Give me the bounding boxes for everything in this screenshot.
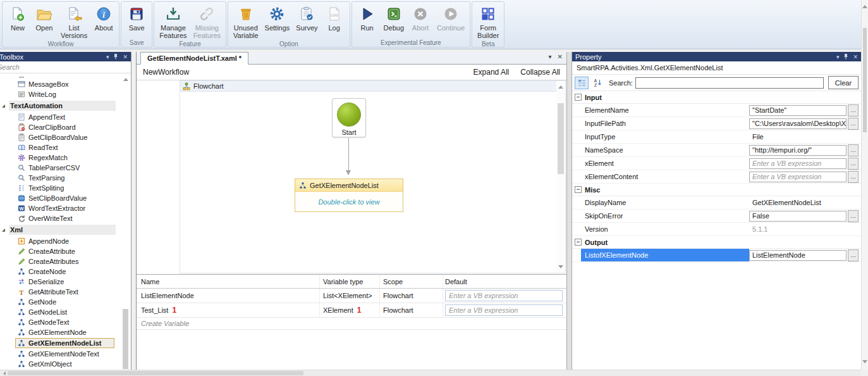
toolbox-item-appendnode[interactable]: AppendNode	[0, 236, 131, 246]
start-node[interactable]: Start	[332, 98, 366, 137]
create-variable-link[interactable]: Create Variable	[137, 318, 566, 330]
toolbox-group-textautomation[interactable]: TextAutomation	[9, 101, 116, 111]
property-label[interactable]: xElement	[572, 160, 749, 167]
toolbox-item-clearclipboard[interactable]: ClearClipBoard	[0, 122, 131, 132]
property-menu-dropdown-icon[interactable]: ▾	[836, 54, 840, 60]
property-value-input[interactable]: "StartDate"	[749, 105, 847, 116]
ribbon-run-button[interactable]: Run	[354, 3, 381, 32]
toolbox-item-getxelementnodetext[interactable]: GetXElementNodeText	[0, 349, 131, 359]
toolbox-item-createnode[interactable]: CreateNode	[0, 266, 131, 277]
designer-scroll-up-icon[interactable]	[558, 83, 563, 89]
vertical-scroll-thumb[interactable]	[863, 28, 867, 132]
property-search-input[interactable]	[635, 77, 824, 89]
toolbox-item-getclipboardvalue[interactable]: GetClipBoardValue	[0, 132, 131, 142]
ellipsis-button[interactable]: …	[848, 104, 859, 116]
toolbox-pin-icon[interactable]	[113, 53, 118, 61]
toolbox-menu-dropdown-icon[interactable]: ▾	[106, 54, 109, 60]
property-label[interactable]: xElementContent	[572, 173, 749, 180]
toolbox-item-getxmlobject[interactable]: GetXmlObject	[0, 359, 131, 369]
designer-scroll-down-icon[interactable]	[558, 265, 563, 271]
property-value-input[interactable]: "C:\Users\ravsalom\Desktop\XML	[749, 118, 847, 129]
property-value-input[interactable]: Enter a VB expression	[749, 158, 847, 169]
property-value-input[interactable]: Enter a VB expression	[749, 172, 847, 182]
toolbox-item-setclipboardvalue[interactable]: <>SetClipBoardValue	[0, 193, 131, 203]
ribbon-save-button[interactable]: Save	[123, 3, 150, 32]
expand-all-link[interactable]: Expand All	[474, 68, 510, 77]
horizontal-scroll-thumb[interactable]	[8, 371, 303, 375]
ribbon-new-button[interactable]: New	[4, 3, 31, 32]
collapse-box-icon[interactable]: −	[575, 186, 582, 193]
clear-button[interactable]: Clear	[828, 76, 859, 89]
bottom-horizontal-scrollbar[interactable]	[0, 370, 861, 376]
property-value-input[interactable]: "http://tempuri.org/"	[749, 145, 847, 156]
ribbon-manage-features-button[interactable]: Manage Features	[156, 3, 190, 40]
toolbox-item-textspliting[interactable]: TextSpliting	[0, 183, 131, 193]
toolbox-item-textparsing[interactable]: TextParsing	[0, 173, 131, 183]
toolbox-item-writelog[interactable]: WriteLog	[0, 89, 131, 99]
toolbox-item-regexmatch[interactable]: RegexMatch	[0, 153, 131, 163]
designer-scroll-thumb[interactable]	[558, 103, 564, 174]
property-section-misc[interactable]: −Misc	[572, 184, 861, 196]
ribbon-open-button[interactable]: Open	[31, 3, 58, 32]
ellipsis-button[interactable]: …	[848, 171, 859, 183]
toolbox-item-getnodelist[interactable]: GetNodeList	[0, 307, 131, 317]
property-value-text[interactable]: File	[749, 133, 764, 141]
ellipsis-button[interactable]: …	[848, 249, 859, 261]
designer-scrollbar[interactable]	[556, 81, 565, 273]
collapse-all-link[interactable]: Collapse All	[520, 68, 560, 77]
ribbon-settings-button[interactable]: Settings	[262, 3, 293, 32]
variable-row-listelementnode[interactable]: ListElementNodeList<XElement>FlowchartEn…	[137, 289, 566, 303]
ellipsis-button[interactable]: …	[848, 210, 859, 222]
toolbox-search-input[interactable]: Search	[0, 61, 131, 73]
property-pin-icon[interactable]	[843, 53, 848, 61]
ribbon-log-button[interactable]: LOGLog	[321, 3, 348, 32]
property-label[interactable]: InputType	[572, 133, 749, 141]
toolbox-item-createattributes[interactable]: CreateAttributes	[0, 256, 131, 266]
toolbox-group-xml[interactable]: Xml	[9, 225, 116, 235]
property-label[interactable]: DisplayName	[572, 199, 749, 206]
toolbox-item-wordtextextractor[interactable]: WWordTextExtractor	[0, 203, 131, 213]
scroll-down-icon[interactable]	[862, 360, 867, 366]
variable-row-test-list[interactable]: Test_List1XElement1FlowchartEnter a VB e…	[137, 303, 566, 318]
toolbox-scrollbar[interactable]	[121, 73, 130, 370]
toolbox-item-getnode[interactable]: GetNode	[0, 297, 131, 307]
toolbox-close-icon[interactable]: ✕	[123, 54, 128, 60]
ribbon-form-builder-button[interactable]: Form Builder	[474, 3, 502, 40]
toolbox-item-readtext[interactable]: ReadText	[0, 142, 131, 153]
tab-list-dropdown-icon[interactable]: ▾	[549, 53, 552, 60]
toolbox-item-getattributetext[interactable]: TGetAttributeText	[0, 287, 131, 297]
toolbox-item-appendtext[interactable]: AppendText	[0, 112, 131, 122]
property-label[interactable]: ElementName	[572, 106, 749, 114]
categorized-view-button[interactable]	[575, 77, 589, 89]
toolbox-item-deserialize[interactable]: DeSerialize	[0, 277, 131, 287]
property-label[interactable]: NameSpace	[572, 146, 749, 154]
tab-getelementnodelist[interactable]: GetElementNodeListT.xaml *	[140, 52, 248, 65]
ribbon-survey-button[interactable]: Survey	[293, 3, 321, 32]
property-label[interactable]: SkipOnError	[572, 212, 749, 220]
ribbon-about-button[interactable]: iAbout	[90, 3, 117, 32]
toolbox-item-getxelementnodelist[interactable]: GetXElementNodeList	[15, 338, 114, 348]
property-close-icon[interactable]: ✕	[853, 54, 858, 60]
toolbox-item-messagebox[interactable]: MessageBox	[0, 79, 131, 89]
property-value-text[interactable]: GetXElementNodeList	[749, 199, 821, 206]
right-vertical-scrollbar[interactable]	[861, 0, 868, 370]
ellipsis-button[interactable]: …	[848, 158, 859, 170]
property-value-input[interactable]: ListElementNode	[749, 250, 847, 261]
toolbox-item-overwritetext[interactable]: OverWriteText	[0, 213, 131, 223]
ribbon-list-versions-button[interactable]: List Versions	[58, 3, 90, 40]
property-label[interactable]: ListofXElementNode	[581, 249, 749, 261]
ellipsis-button[interactable]: …	[848, 144, 859, 156]
property-label[interactable]: Version	[572, 225, 749, 233]
flowchart-header[interactable]: Flowchart	[180, 81, 565, 92]
toolbox-scroll-thumb[interactable]	[123, 309, 128, 369]
toolbox-item-getnodetext[interactable]: GetNodeText	[0, 317, 131, 327]
toolbox-item-getxelementnode[interactable]: GetXElementNode	[0, 327, 131, 337]
property-label[interactable]: InputFilePath	[572, 120, 749, 127]
tab-close-icon[interactable]: ✕	[558, 53, 563, 60]
property-section-output[interactable]: −Output	[572, 236, 861, 249]
variable-default-input[interactable]: Enter a VB expression	[445, 304, 563, 316]
sort-alphabetical-button[interactable]: AZ	[591, 77, 604, 89]
scroll-up-icon[interactable]	[862, 3, 867, 8]
ribbon-debug-button[interactable]: Debug	[381, 3, 407, 32]
toolbox-item-createattribute[interactable]: CreateAttribute	[0, 246, 131, 256]
